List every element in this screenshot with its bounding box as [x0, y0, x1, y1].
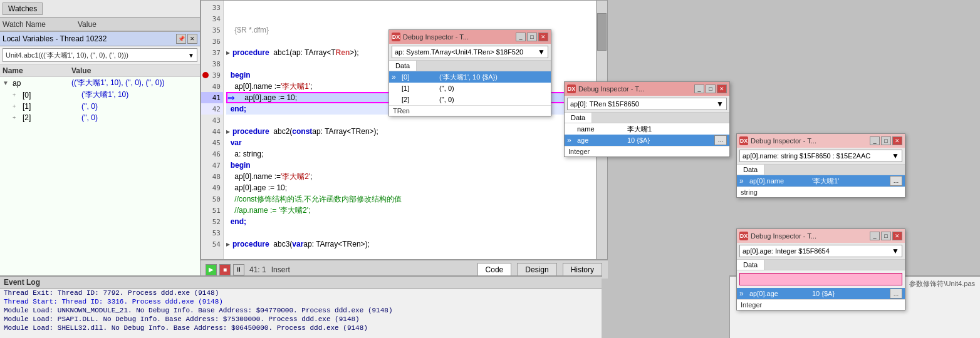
- di3-close-button[interactable]: ✕: [892, 136, 902, 145]
- debug-inspector-2: DX Debug Inspector - T... _ □ ✕ ap[0]: T…: [564, 81, 730, 157]
- local-vars-combo[interactable]: Unit4.abc1((('李大嘴1', 10), ('', 0), ('', …: [3, 48, 197, 62]
- tab-code[interactable]: Code: [477, 263, 512, 277]
- ln-45: 45: [201, 137, 223, 148]
- watches-button[interactable]: Watches: [3, 3, 43, 15]
- di4-content: » ap[0].age 10 {$A} …: [737, 288, 905, 299]
- execution-arrow-icon: ⇒: [227, 93, 235, 103]
- di3-combo[interactable]: ap[0].name: string $15F8650 : $15E2AAC ▼: [739, 150, 902, 162]
- tab-design[interactable]: Design: [517, 263, 556, 277]
- var-row-ap1[interactable]: + [1] ('', 0): [0, 101, 200, 112]
- di2-row0-arrow: [567, 125, 577, 133]
- ln-40: 40: [201, 81, 223, 92]
- di1-combo-arrow: ▼: [538, 48, 545, 56]
- log-entry-2: Module Load: UNKNOWN_MODULE_21. No Debug…: [0, 306, 602, 315]
- ln-50: 50: [201, 193, 223, 205]
- ap0-value: ('李大嘴1', 10): [81, 90, 197, 100]
- di4-restore-button[interactable]: □: [881, 232, 891, 240]
- ln-36: 36: [201, 36, 223, 47]
- di2-tab-data[interactable]: Data: [565, 113, 592, 123]
- di2-more-button[interactable]: …: [714, 135, 727, 145]
- di1-icon: DX: [392, 33, 400, 41]
- di2-row1-key: age: [577, 136, 627, 144]
- insert-mode: Insert: [271, 265, 290, 274]
- pin-button[interactable]: 📌: [176, 34, 186, 44]
- tab-history[interactable]: History: [563, 263, 602, 277]
- di2-icon: DX: [567, 84, 576, 93]
- ap0-expand-icon[interactable]: +: [13, 92, 23, 98]
- code-line-46: a: string;: [226, 148, 605, 160]
- di2-row0[interactable]: name 李大嘴1: [565, 123, 729, 135]
- var-row-ap[interactable]: ▼ ap (('李大嘴1', 10), ('', 0), ('', 0)): [0, 77, 200, 89]
- di1-tab-data[interactable]: Data: [389, 61, 417, 71]
- ap1-expand-icon[interactable]: +: [13, 103, 23, 110]
- watch-value-col-header: Value: [78, 20, 197, 29]
- di1-combo[interactable]: ap: System.TArray<Unit4.TRen> $18F520 ▼: [392, 46, 548, 58]
- var-row-ap2[interactable]: + [2] ('', 0): [0, 112, 200, 123]
- di4-close-button[interactable]: ✕: [892, 232, 902, 240]
- ap-expand-icon[interactable]: ▼: [3, 79, 13, 86]
- di3-minimize-button[interactable]: _: [870, 136, 880, 145]
- di1-close-button[interactable]: ✕: [538, 33, 548, 41]
- di3-more-button[interactable]: …: [890, 176, 902, 186]
- local-vars-combo-row: Unit4.abc1((('李大嘴1', 10), ('', 0), ('', …: [0, 46, 200, 64]
- di4-value-input[interactable]: [739, 273, 902, 285]
- di4-tab-data[interactable]: Data: [737, 260, 764, 270]
- di1-win-controls: _ □ ✕: [516, 33, 548, 41]
- di3-combo-arrow: ▼: [892, 151, 899, 160]
- di4-combo[interactable]: ap[0].age: Integer $15F8654 ▼: [739, 245, 902, 257]
- di4-row0-selected[interactable]: » ap[0].age 10 {$A} …: [737, 288, 905, 299]
- di2-win-controls: _ □ ✕: [694, 84, 727, 93]
- di2-combo[interactable]: ap[0]: TRen $15F8650 ▼: [567, 98, 727, 110]
- code-line-34: [226, 13, 605, 24]
- ln-49: 49: [201, 182, 223, 193]
- di1-row1[interactable]: [1] ('', 0): [389, 83, 551, 94]
- di4-minimize-button[interactable]: _: [870, 232, 880, 240]
- ap-name: ap: [13, 79, 71, 88]
- ln-53: 53: [201, 227, 223, 238]
- ln-37: 37: [201, 47, 223, 58]
- ln-35: 35: [201, 24, 223, 36]
- local-vars-header: Local Variables - Thread 10232 📌 ✕: [0, 31, 200, 46]
- stop-button[interactable]: ■: [219, 264, 231, 275]
- di3-row0-selected[interactable]: » ap[0].name '李大嘴1' …: [737, 175, 905, 187]
- di1-row2-value: ('', 0): [439, 96, 454, 103]
- di3-row0-arrow: »: [739, 177, 749, 185]
- di3-title-left: DX Debug Inspector - T...: [739, 136, 816, 145]
- event-log-header: Event Log: [0, 277, 602, 289]
- di3-tab-data[interactable]: Data: [737, 165, 764, 175]
- play-button[interactable]: ▶: [206, 264, 217, 275]
- log-entry-3: Module Load: PSAPI.DLL. No Debug Info. B…: [0, 315, 602, 324]
- pause-button[interactable]: ⏸: [233, 264, 244, 275]
- di2-close-button[interactable]: ✕: [717, 84, 727, 93]
- code-line-45: var: [226, 137, 605, 148]
- watches-header: Watches: [0, 0, 200, 18]
- combo-arrow-icon: ▼: [188, 52, 194, 59]
- di1-row2[interactable]: [2] ('', 0): [389, 94, 551, 105]
- var-row-ap0[interactable]: + [0] ('李大嘴1', 10): [0, 89, 200, 101]
- ln-42: 42: [201, 103, 223, 115]
- scroll-thumb[interactable]: [597, 13, 607, 51]
- di1-title-text: Debug Inspector - T...: [403, 33, 469, 41]
- di2-row0-key: name: [577, 125, 627, 133]
- di1-row1-arrow: [392, 84, 402, 93]
- combo-value-text: Unit4.abc1((('李大嘴1', 10), ('', 0), ('', …: [6, 51, 128, 60]
- ap2-expand-icon[interactable]: +: [13, 115, 23, 121]
- di3-restore-button[interactable]: □: [881, 136, 891, 145]
- di2-minimize-button[interactable]: _: [694, 84, 704, 93]
- di2-row1-selected[interactable]: » age 10 {$A} …: [565, 135, 729, 146]
- log-entry-1: Thread Start: Thread ID: 3316. Process d…: [0, 297, 602, 306]
- di4-more-button[interactable]: …: [890, 289, 902, 299]
- di1-row2-arrow: [392, 95, 402, 104]
- di1-maximize-button[interactable]: □: [527, 33, 537, 41]
- di3-titlebar: DX Debug Inspector - T... _ □ ✕: [737, 134, 905, 148]
- ln-52: 52: [201, 216, 223, 227]
- di2-maximize-button[interactable]: □: [706, 84, 716, 93]
- code-line-52: end;: [226, 216, 605, 227]
- di1-row-selected[interactable]: » [0] ('李大嘴1', 10 {$A}): [389, 71, 551, 83]
- var-name-col-header: Name: [3, 66, 71, 75]
- close-local-vars-button[interactable]: ✕: [187, 34, 197, 44]
- di4-input-area: [737, 270, 905, 288]
- di1-minimize-button[interactable]: _: [516, 33, 526, 41]
- code-line-33: [226, 2, 605, 13]
- di2-combo-arrow: ▼: [716, 100, 724, 108]
